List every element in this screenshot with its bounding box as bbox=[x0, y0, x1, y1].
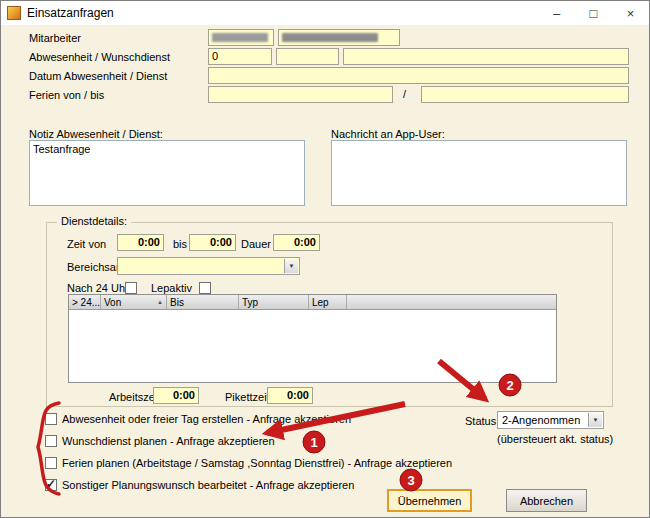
minimize-button[interactable]: – bbox=[538, 1, 575, 25]
abwesenheit-field-3[interactable] bbox=[343, 48, 629, 65]
pikettzeit-field[interactable]: 0:00 bbox=[267, 387, 313, 404]
grid-header: > 24... Von ▲ Bis Typ Lep bbox=[69, 295, 556, 310]
grid-column-lep[interactable]: Lep bbox=[309, 295, 347, 309]
checkbox-abwesenheit-erstellen-label: Abwesenheit oder freier Tag erstellen - … bbox=[62, 413, 351, 425]
maximize-button[interactable]: □ bbox=[575, 1, 612, 25]
status-value: 2-Angenommen bbox=[502, 414, 580, 426]
checkbox-sonstiger-planungswunsch-label: Sonstiger Planungswunsch bearbeitet - An… bbox=[62, 479, 354, 491]
titlebar[interactable]: Einsatzanfragen – □ × bbox=[1, 1, 649, 25]
bereichsart-combobox[interactable]: ▼ bbox=[117, 257, 300, 275]
chevron-down-icon[interactable]: ▼ bbox=[588, 413, 602, 427]
grid-column-filler bbox=[347, 295, 556, 309]
status-label: Status bbox=[465, 415, 496, 427]
ferien-separator: / bbox=[403, 88, 406, 100]
grid-column-bis[interactable]: Bis bbox=[167, 295, 239, 309]
datum-field[interactable] bbox=[208, 67, 629, 84]
mitarbeiter-field-1[interactable] bbox=[208, 29, 274, 46]
status-note: (übersteuert akt. status) bbox=[497, 433, 613, 445]
abwesenheit-label: Abwesenheit / Wunschdienst bbox=[29, 51, 170, 63]
nach-24-uhr-checkbox[interactable] bbox=[125, 282, 137, 294]
grid-body[interactable] bbox=[69, 310, 556, 383]
caption-buttons: – □ × bbox=[538, 1, 649, 25]
abwesenheit-field-2[interactable] bbox=[276, 48, 339, 65]
checkbox-wunschdienst-planen[interactable] bbox=[45, 435, 57, 447]
grid-column-von-label: Von bbox=[104, 297, 121, 308]
bis-field[interactable]: 0:00 bbox=[189, 234, 236, 251]
grid-column-nach24[interactable]: > 24... bbox=[69, 295, 101, 309]
ferien-von-field[interactable] bbox=[208, 86, 393, 103]
window-title: Einsatzanfragen bbox=[27, 6, 114, 20]
bereichsart-label: Bereichsart bbox=[67, 261, 123, 273]
annotation-circle-1: 1 bbox=[303, 431, 325, 453]
redacted-text bbox=[282, 33, 378, 42]
lepaktiv-label: Lepaktiv bbox=[151, 282, 192, 294]
nach-24-uhr-label: Nach 24 Uhr bbox=[67, 282, 129, 294]
apply-button[interactable]: Übernehmen bbox=[387, 489, 472, 512]
dauer-label: Dauer bbox=[241, 238, 271, 250]
abwesenheit-field-1[interactable]: 0 bbox=[208, 48, 272, 65]
mitarbeiter-field-2[interactable] bbox=[278, 29, 400, 46]
dialog-einsatzanfragen: Einsatzanfragen – □ × Mitarbeiter Abwese… bbox=[0, 0, 650, 518]
nachricht-label: Nachricht an App-User: bbox=[331, 128, 445, 140]
bis-label: bis bbox=[173, 238, 187, 250]
app-icon bbox=[7, 6, 21, 20]
pikettzeit-label: Pikettzeit bbox=[225, 391, 270, 403]
nachricht-textarea[interactable] bbox=[331, 140, 627, 206]
notiz-label: Notiz Abwesenheit / Dienst: bbox=[29, 128, 163, 140]
annotation-circle-3: 3 bbox=[400, 469, 422, 491]
status-combobox[interactable]: 2-Angenommen ▼ bbox=[497, 411, 604, 429]
cancel-button[interactable]: Abbrechen bbox=[506, 489, 587, 512]
checkbox-ferien-planen-label: Ferien planen (Arbeitstage / Samstag ,So… bbox=[62, 457, 452, 469]
checkbox-wunschdienst-planen-label: Wunschdienst planen - Anfrage akzeptiere… bbox=[62, 435, 275, 447]
dauer-field[interactable]: 0:00 bbox=[273, 234, 320, 251]
zeit-von-label: Zeit von bbox=[67, 238, 106, 250]
datum-label: Datum Abwesenheit / Dienst bbox=[29, 70, 167, 82]
mitarbeiter-label: Mitarbeiter bbox=[29, 32, 81, 44]
redacted-text bbox=[212, 33, 268, 42]
grid-column-von[interactable]: Von ▲ bbox=[101, 295, 167, 309]
ferien-bis-field[interactable] bbox=[421, 86, 629, 103]
grid-column-typ[interactable]: Typ bbox=[239, 295, 309, 309]
checkbox-abwesenheit-erstellen[interactable] bbox=[45, 413, 57, 425]
zeit-von-field[interactable]: 0:00 bbox=[117, 234, 164, 251]
close-button[interactable]: × bbox=[612, 1, 649, 25]
dienst-grid[interactable]: > 24... Von ▲ Bis Typ Lep bbox=[68, 294, 557, 383]
notiz-textarea[interactable]: Testanfrage bbox=[29, 140, 305, 206]
checkbox-ferien-planen[interactable] bbox=[45, 457, 57, 469]
svg-text:3: 3 bbox=[407, 473, 414, 488]
svg-text:1: 1 bbox=[310, 435, 317, 450]
arbeitszeit-field[interactable]: 0:00 bbox=[153, 387, 199, 404]
checkbox-sonstiger-planungswunsch[interactable] bbox=[45, 479, 57, 491]
sort-asc-icon: ▲ bbox=[153, 299, 163, 305]
chevron-down-icon[interactable]: ▼ bbox=[284, 259, 298, 273]
dienstdetails-title: Dienstdetails: bbox=[57, 215, 131, 227]
lepaktiv-checkbox[interactable] bbox=[199, 282, 211, 294]
ferien-label: Ferien von / bis bbox=[29, 89, 104, 101]
